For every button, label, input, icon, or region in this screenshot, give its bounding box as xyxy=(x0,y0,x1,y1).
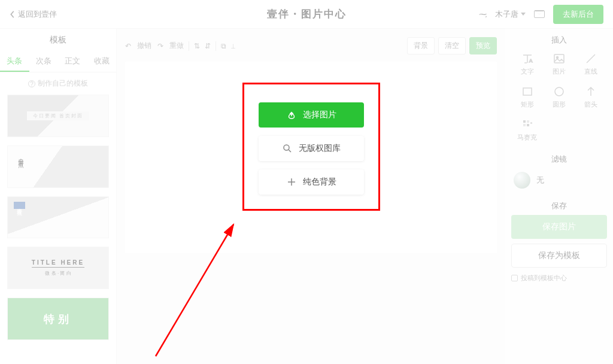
svg-rect-2 xyxy=(554,54,564,63)
templates-title: 模板 xyxy=(0,35,116,46)
app-title: 壹伴・图片中心 xyxy=(267,7,347,21)
insert-circle[interactable]: 圆形 xyxy=(543,82,575,113)
logo-glyph: ⁓‚ xyxy=(478,10,487,19)
insert-rect[interactable]: 矩形 xyxy=(511,82,543,113)
svg-rect-4 xyxy=(523,88,532,95)
insert-title: 插入 xyxy=(511,35,607,46)
template-tabs: 头条 次条 正文 收藏 xyxy=(0,51,116,72)
rect-icon xyxy=(521,86,533,98)
svg-point-5 xyxy=(555,87,563,96)
template-item[interactable]: 特别 xyxy=(7,298,109,340)
svg-rect-10 xyxy=(530,122,532,124)
mail-icon[interactable] xyxy=(534,10,545,18)
text-icon: A xyxy=(521,53,533,65)
canvas-toolbar: ↶ 撤销 ↷ 重做 ⇅ ⇵ ⧉ ⟂ 背景 清空 预览 xyxy=(125,37,497,54)
solid-background-button[interactable]: 纯色背景 xyxy=(259,169,364,195)
line-icon xyxy=(585,53,597,65)
image-source-box: 选择图片 无版权图库 纯色背景 xyxy=(242,83,380,211)
layer-down-icon[interactable]: ⇵ xyxy=(205,42,211,50)
save-template-button[interactable]: 保存为模板 xyxy=(511,244,607,268)
svg-rect-9 xyxy=(527,124,529,126)
svg-rect-8 xyxy=(523,124,526,126)
tab-favorites[interactable]: 收藏 xyxy=(87,51,117,72)
background-button[interactable]: 背景 xyxy=(407,37,435,54)
make-own-template[interactable]: ? 制作自己的模板 xyxy=(0,72,116,95)
svg-rect-7 xyxy=(527,120,529,123)
templates-panel: 模板 头条 次条 正文 收藏 ? 制作自己的模板 今日要闻 首页封面 今日看点 … xyxy=(0,29,117,364)
undo-icon[interactable]: ↶ xyxy=(125,42,131,50)
back-link[interactable]: 返回到壹伴 xyxy=(10,9,57,20)
user-dropdown[interactable]: 木子唐 xyxy=(495,9,526,20)
svg-text:A: A xyxy=(529,58,533,63)
right-panel: 插入 A 文字 图片 直线 矩形 xyxy=(505,29,613,364)
back-label: 返回到壹伴 xyxy=(18,9,57,20)
template-item[interactable]: 今日看点 xyxy=(7,196,109,239)
svg-point-0 xyxy=(284,145,289,150)
insert-image[interactable]: 图片 xyxy=(543,49,575,80)
svg-rect-6 xyxy=(523,120,526,123)
insert-mosaic[interactable]: 马赛克 xyxy=(511,115,543,145)
filter-title: 滤镜 xyxy=(511,154,607,165)
copy-icon[interactable]: ⧉ xyxy=(221,42,226,50)
template-item[interactable]: 今日要闻 首页封面 xyxy=(7,95,109,137)
save-image-button[interactable]: 保存图片 xyxy=(511,215,607,239)
canvas-area: ↶ 撤销 ↷ 重做 ⇅ ⇵ ⧉ ⟂ 背景 清空 预览 选择图片 xyxy=(117,29,505,364)
tab-body[interactable]: 正文 xyxy=(58,51,87,72)
crop-icon[interactable]: ⟂ xyxy=(231,42,235,50)
save-title: 保存 xyxy=(511,201,607,211)
filter-none[interactable]: 无 xyxy=(511,168,607,192)
insert-line[interactable]: 直线 xyxy=(575,49,607,80)
insert-text[interactable]: A 文字 xyxy=(511,49,543,80)
insert-arrow[interactable]: 箭头 xyxy=(575,82,607,113)
canvas[interactable]: 选择图片 无版权图库 纯色背景 xyxy=(125,62,497,253)
redo-label: 重做 xyxy=(169,41,184,51)
stock-library-button[interactable]: 无版权图库 xyxy=(259,136,364,161)
mosaic-icon xyxy=(521,119,533,131)
checkbox-icon xyxy=(511,275,518,281)
tab-secondary[interactable]: 次条 xyxy=(29,51,59,72)
submit-center-row[interactable]: 投稿到模板中心 xyxy=(511,274,607,283)
select-image-button[interactable]: 选择图片 xyxy=(259,102,364,128)
image-icon xyxy=(553,53,565,65)
tab-headline[interactable]: 头条 xyxy=(0,51,29,72)
undo-label: 撤销 xyxy=(137,41,151,51)
filter-thumb-icon xyxy=(514,172,530,189)
clear-button[interactable]: 清空 xyxy=(438,37,466,54)
template-item[interactable]: TITLE HERE 微 条 · 简 白 xyxy=(7,247,109,289)
help-icon: ? xyxy=(28,80,35,87)
redo-icon[interactable]: ↷ xyxy=(157,42,163,50)
circle-icon xyxy=(553,86,565,98)
preview-button[interactable]: 预览 xyxy=(469,37,497,54)
arrow-icon xyxy=(585,86,597,98)
template-item[interactable]: 今日看点 xyxy=(7,145,109,188)
go-backend-button[interactable]: 去新后台 xyxy=(553,5,603,24)
layer-up-icon[interactable]: ⇅ xyxy=(194,42,200,50)
